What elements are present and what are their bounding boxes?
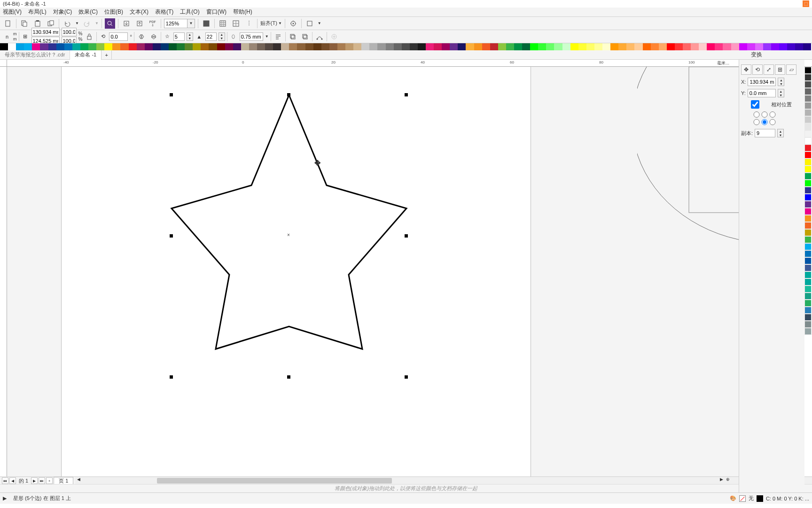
top-swatch[interactable] xyxy=(104,43,112,50)
top-swatch[interactable] xyxy=(241,43,249,50)
anchor-mc[interactable] xyxy=(761,119,768,125)
side-swatch[interactable] xyxy=(804,116,812,123)
top-swatch[interactable] xyxy=(458,43,466,50)
top-swatch[interactable] xyxy=(562,43,570,50)
lock-ratio-icon[interactable] xyxy=(84,32,94,42)
side-swatch[interactable] xyxy=(804,159,812,166)
paste-icon[interactable] xyxy=(32,18,43,29)
wrap-text-icon[interactable] xyxy=(273,32,283,42)
menu-effect[interactable]: 效果(C) xyxy=(78,8,98,16)
top-swatch[interactable] xyxy=(546,43,554,50)
top-swatch[interactable] xyxy=(386,43,394,50)
align-guides-icon[interactable] xyxy=(244,18,254,29)
points-spinner[interactable]: ▲▼ xyxy=(187,32,193,41)
page-next-icon[interactable]: ▶ xyxy=(31,477,38,484)
options-icon[interactable] xyxy=(288,18,298,29)
page-first-icon[interactable]: ⏮ xyxy=(2,477,8,484)
top-swatch[interactable] xyxy=(177,43,185,50)
convert-curves-icon[interactable] xyxy=(314,32,325,42)
side-swatch[interactable] xyxy=(804,286,812,293)
top-swatch[interactable] xyxy=(426,43,434,50)
handle-br[interactable] xyxy=(405,375,408,379)
side-swatch[interactable] xyxy=(804,264,812,271)
top-swatch[interactable] xyxy=(763,43,771,50)
menu-text[interactable]: 文本(X) xyxy=(130,8,148,16)
top-swatch[interactable] xyxy=(265,43,273,50)
handle-bc[interactable] xyxy=(287,375,290,379)
handle-bl[interactable] xyxy=(170,375,173,379)
horizontal-ruler[interactable]: 毫米... -40-200204060801001201401601802002… xyxy=(7,60,731,67)
top-swatch[interactable] xyxy=(0,43,8,50)
transform-y-input[interactable] xyxy=(748,89,776,97)
transform-rotate-icon[interactable]: ⟲ xyxy=(752,64,763,75)
guides-icon[interactable] xyxy=(231,18,241,29)
top-swatch[interactable] xyxy=(651,43,659,50)
side-swatch[interactable] xyxy=(804,67,812,74)
side-swatch[interactable] xyxy=(804,250,812,257)
side-swatch[interactable] xyxy=(804,222,812,229)
page-last-icon[interactable]: ⏭ xyxy=(39,477,45,484)
horizontal-scrollbar[interactable] xyxy=(82,477,718,484)
top-swatch[interactable] xyxy=(56,43,64,50)
page-add-icon[interactable]: + xyxy=(46,477,53,484)
anchor-tc[interactable] xyxy=(761,111,768,118)
side-swatch[interactable] xyxy=(804,173,812,180)
top-swatch[interactable] xyxy=(586,43,594,50)
side-swatch[interactable] xyxy=(804,123,812,130)
transform-scale-icon[interactable]: ⤢ xyxy=(764,64,774,75)
side-swatch[interactable] xyxy=(804,314,812,321)
top-swatch[interactable] xyxy=(88,43,96,50)
side-swatch[interactable] xyxy=(804,300,812,307)
top-swatch[interactable] xyxy=(402,43,410,50)
top-swatch[interactable] xyxy=(273,43,281,50)
side-swatch[interactable] xyxy=(804,144,812,151)
side-swatch[interactable] xyxy=(804,321,812,328)
top-swatch[interactable] xyxy=(739,43,747,50)
grid-icon[interactable] xyxy=(218,18,228,29)
menu-object[interactable]: 对象(C) xyxy=(53,8,72,16)
top-swatch[interactable] xyxy=(145,43,153,50)
handle-ml[interactable] xyxy=(170,234,173,238)
copies-input[interactable] xyxy=(755,129,775,137)
redo-icon[interactable] xyxy=(82,18,92,29)
top-swatch[interactable] xyxy=(169,43,177,50)
top-swatch[interactable] xyxy=(618,43,626,50)
y-spinner[interactable]: ▲▼ xyxy=(778,89,784,97)
top-swatch[interactable] xyxy=(345,43,353,50)
top-swatch[interactable] xyxy=(699,43,707,50)
launch-icon[interactable] xyxy=(304,18,315,29)
side-swatch[interactable] xyxy=(804,293,812,300)
side-swatch[interactable] xyxy=(804,307,812,314)
top-swatch[interactable] xyxy=(32,43,40,50)
side-swatch[interactable] xyxy=(804,278,812,286)
menu-bitmap[interactable]: 位图(B) xyxy=(104,8,123,16)
top-swatch[interactable] xyxy=(594,43,602,50)
top-swatch[interactable] xyxy=(691,43,699,50)
top-swatch[interactable] xyxy=(353,43,361,50)
top-swatch[interactable] xyxy=(112,43,120,50)
top-swatch[interactable] xyxy=(72,43,80,50)
to-front-icon[interactable] xyxy=(288,32,298,42)
top-swatch[interactable] xyxy=(337,43,345,50)
top-swatch[interactable] xyxy=(48,43,56,50)
top-swatch[interactable] xyxy=(554,43,562,50)
top-swatch[interactable] xyxy=(96,43,104,50)
top-swatch[interactable] xyxy=(321,43,329,50)
top-swatch[interactable] xyxy=(64,43,72,50)
top-swatch[interactable] xyxy=(80,43,88,50)
top-swatch[interactable] xyxy=(723,43,731,50)
scale-x-input[interactable] xyxy=(62,28,77,36)
side-swatch[interactable] xyxy=(804,208,812,215)
top-swatch[interactable] xyxy=(538,43,546,50)
side-swatch[interactable] xyxy=(804,328,812,335)
top-swatch[interactable] xyxy=(747,43,755,50)
top-swatch[interactable] xyxy=(161,43,169,50)
anchor-mr[interactable] xyxy=(769,119,776,125)
copies-spinner[interactable]: ▲▼ xyxy=(777,129,784,137)
side-swatch[interactable] xyxy=(804,151,812,159)
top-swatch[interactable] xyxy=(193,43,201,50)
side-swatch[interactable] xyxy=(804,187,812,194)
top-swatch[interactable] xyxy=(755,43,763,50)
top-swatch[interactable] xyxy=(281,43,289,50)
top-swatch[interactable] xyxy=(466,43,474,50)
